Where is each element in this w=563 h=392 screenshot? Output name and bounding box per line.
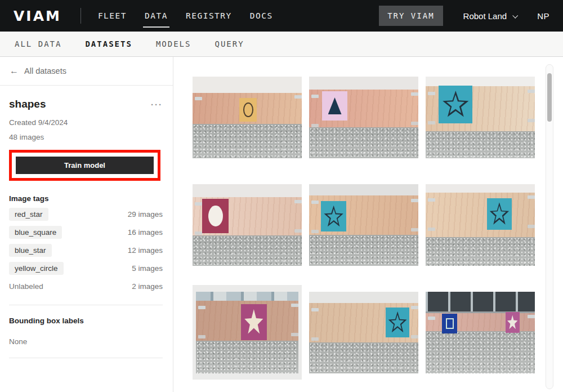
- tab-models[interactable]: MODELS: [156, 39, 191, 48]
- tag-count: 29 images: [128, 210, 163, 219]
- tab-all-data[interactable]: ALL DATA: [15, 39, 61, 48]
- chevron-down-icon: [512, 12, 518, 18]
- shape-card-star: [321, 201, 346, 231]
- star-fill-shape: [507, 315, 518, 330]
- tag-row-blue-star: blue_star 12 images: [9, 244, 163, 257]
- tag-row-yellow-circle: yellow_circle 5 images: [9, 262, 163, 275]
- bounding-box-section: Bounding box labels None: [0, 305, 173, 358]
- user-avatar[interactable]: NP: [537, 11, 549, 21]
- back-arrow-icon: ←: [10, 66, 19, 76]
- shape-card-circle: [202, 199, 229, 233]
- data-tab-bar: ALL DATA DATASETS MODELS QUERY: [0, 32, 563, 57]
- circle-fill-shape: [208, 206, 223, 227]
- dataset-sidebar: ← All datasets shapes ··· Created 9/4/20…: [0, 57, 173, 392]
- shape-card-star: [386, 308, 410, 338]
- tag-pill-blue-square[interactable]: blue_square: [9, 226, 62, 239]
- tag-pill-red-star[interactable]: red_star: [9, 208, 48, 221]
- dataset-image-thumbnail[interactable]: [426, 77, 535, 158]
- shape-card-star: [506, 312, 520, 332]
- bounding-box-value: None: [9, 337, 163, 346]
- nav-item-data[interactable]: DATA: [145, 9, 168, 23]
- shape-card-star: [241, 304, 267, 340]
- dataset-title: shapes: [9, 98, 46, 110]
- dataset-created-date: Created 9/4/2024: [9, 118, 163, 127]
- tag-row-unlabeled: Unlabeled 2 images: [9, 280, 163, 293]
- tab-query[interactable]: QUERY: [215, 39, 244, 48]
- dataset-image-thumbnail[interactable]: [193, 77, 302, 158]
- photo-teal-card-star-left: [426, 77, 535, 158]
- org-name: Robot Land: [463, 11, 507, 21]
- shape-card-star: [487, 198, 512, 230]
- top-navigation-bar: VIAM FLEET DATA REGISTRY DOCS TRY VIAM R…: [0, 0, 563, 32]
- content-area: ← All datasets shapes ··· Created 9/4/20…: [0, 57, 563, 392]
- nav-item-docs[interactable]: DOCS: [250, 9, 273, 23]
- photo-pink-card-triangle-left: [309, 77, 418, 158]
- tag-count: 5 images: [132, 264, 163, 273]
- shape-card-circle: [239, 98, 257, 122]
- nav-item-fleet[interactable]: FLEET: [98, 9, 127, 23]
- photo-carpet-floor: [426, 237, 535, 266]
- back-link-label: All datasets: [24, 66, 66, 75]
- tag-count: 16 images: [128, 228, 163, 237]
- scrollbar-track[interactable]: [546, 64, 553, 389]
- dataset-image-thumbnail[interactable]: [193, 292, 302, 373]
- tag-pill-blue-star[interactable]: blue_star: [9, 244, 52, 257]
- photo-blue-square-and-magenta-star: [426, 292, 535, 373]
- red-annotation-box: Train model: [9, 150, 160, 181]
- dataset-image-thumbnail[interactable]: [193, 184, 302, 266]
- star-outline-shape: [489, 202, 510, 226]
- photo-magenta-card-star-center-framed: [196, 292, 298, 373]
- topbar-right: TRY VIAM Robot Land NP: [379, 6, 549, 26]
- unlabeled-label: Unlabeled: [9, 280, 43, 293]
- tag-row-blue-square: blue_square 16 images: [9, 226, 163, 239]
- dataset-image-thumbnail[interactable]: [309, 292, 418, 373]
- section-divider: [9, 358, 163, 358]
- tag-count: 12 images: [128, 246, 163, 255]
- scrollbar-thumb[interactable]: [547, 73, 552, 122]
- shape-card-star: [439, 86, 472, 123]
- dataset-image-thumbnail[interactable]: [309, 184, 418, 266]
- tag-count: 2 images: [132, 282, 163, 291]
- ellipsis-menu-icon[interactable]: ···: [151, 100, 163, 109]
- viam-logo[interactable]: VIAM: [14, 8, 61, 24]
- train-model-button[interactable]: Train model: [16, 157, 154, 174]
- tag-pill-yellow-circle[interactable]: yellow_circle: [9, 262, 64, 275]
- photo-maroon-card-circle-left: [193, 184, 302, 266]
- image-gallery-panel: [173, 57, 563, 392]
- photo-carpet-floor: [309, 235, 418, 266]
- star-outline-shape: [388, 311, 407, 334]
- dataset-image-thumbnail[interactable]: [309, 77, 418, 158]
- triangle-fill-shape: [328, 97, 342, 114]
- photo-carpet-floor: [426, 331, 535, 373]
- nav-divider: [81, 8, 81, 24]
- photo-carpet-floor: [426, 131, 535, 158]
- nav-item-registry[interactable]: REGISTRY: [186, 9, 232, 23]
- shape-card-square: [442, 314, 457, 333]
- photo-teal-card-star-right-corner: [309, 292, 418, 373]
- photo-plywood-wall: [426, 193, 535, 240]
- bounding-box-heading: Bounding box labels: [9, 317, 163, 325]
- star-outline-shape: [324, 205, 344, 228]
- dataset-header-section: shapes ··· Created 9/4/2024 48 images Tr…: [0, 86, 173, 181]
- primary-nav: FLEET DATA REGISTRY DOCS: [98, 9, 273, 23]
- try-viam-button[interactable]: TRY VIAM: [379, 6, 443, 26]
- windows-dark-decoration: [426, 292, 535, 313]
- tab-datasets[interactable]: DATASETS: [85, 39, 132, 48]
- star-outline-shape: [442, 90, 469, 119]
- photo-teal-card-star-left-corner: [309, 184, 418, 266]
- viam-app: VIAM FLEET DATA REGISTRY DOCS TRY VIAM R…: [0, 0, 563, 392]
- dataset-image-thumbnail[interactable]: [426, 184, 535, 266]
- photo-yellow-card-circle-center: [193, 77, 302, 158]
- dataset-image-thumbnail[interactable]: [426, 292, 535, 373]
- shape-card-triangle: [322, 91, 347, 121]
- photo-carpet-floor: [309, 127, 418, 158]
- photo-carpet-floor: [309, 342, 418, 373]
- org-switcher[interactable]: Robot Land: [463, 11, 517, 21]
- photo-carpet-floor: [193, 124, 302, 158]
- back-to-all-datasets-link[interactable]: ← All datasets: [0, 57, 173, 86]
- image-tags-section: Image tags red_star 29 images blue_squar…: [0, 181, 173, 305]
- photo-teal-card-star-right: [426, 184, 535, 266]
- tag-row-red-star: red_star 29 images: [9, 208, 163, 221]
- photo-carpet-floor: [196, 341, 298, 373]
- photo-carpet-floor: [193, 235, 302, 266]
